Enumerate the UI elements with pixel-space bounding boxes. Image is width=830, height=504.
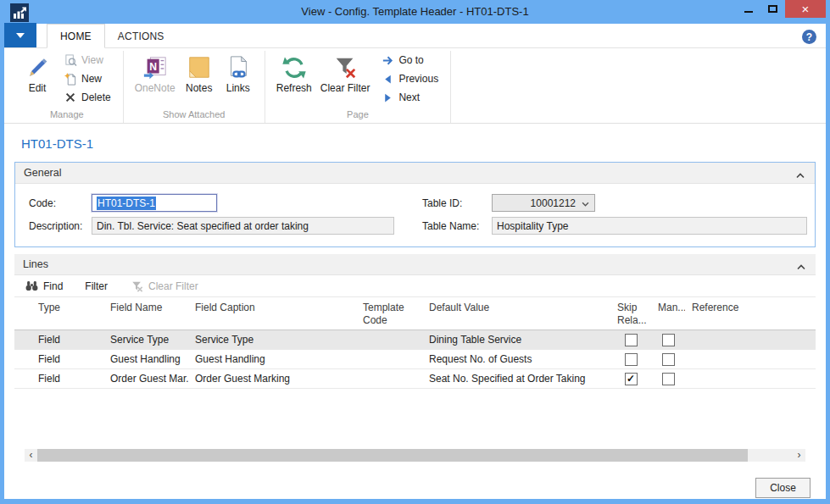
window-title: View - Config. Template Header - HT01-DT… (4, 5, 826, 18)
document-magnifier-icon (64, 53, 77, 67)
column-header-type[interactable]: Type (14, 302, 103, 327)
app-menu-button[interactable] (4, 23, 36, 47)
tab-actions[interactable]: ACTIONS (105, 25, 177, 47)
cell-field-name[interactable]: Guest Handling (103, 350, 188, 368)
code-input[interactable]: HT01-DTS-1 (92, 194, 217, 212)
skip-relation-checkbox[interactable] (625, 373, 638, 385)
edit-button[interactable]: Edit (18, 51, 57, 95)
new-button[interactable]: New (58, 69, 116, 88)
close-button[interactable]: Close (755, 478, 811, 498)
mandatory-checkbox[interactable] (662, 334, 675, 346)
cell-default-value[interactable]: Dining Table Service (422, 330, 610, 349)
previous-button[interactable]: Previous (376, 69, 443, 88)
refresh-arrows-icon (281, 53, 308, 82)
column-header-field-name[interactable]: Field Name (103, 302, 188, 327)
filter-button[interactable]: Filter (85, 280, 108, 292)
mandatory-checkbox[interactable] (662, 353, 675, 366)
column-header-template-code[interactable]: Template Code (356, 302, 422, 327)
lines-section-header[interactable]: Lines (14, 254, 816, 275)
grid-empty-area (14, 389, 816, 449)
ribbon-group-page: Refresh Clear Filter Go to (265, 51, 451, 123)
window-controls: × (736, 0, 826, 18)
notes-button[interactable]: Notes (180, 51, 219, 95)
skip-relation-checkbox[interactable] (625, 334, 638, 346)
column-header-mandatory[interactable]: Man... (651, 302, 685, 327)
column-header-default-value[interactable]: Default Value (422, 302, 610, 327)
cell-default-value[interactable]: Seat No. Specified at Order Taking (422, 369, 610, 388)
cell-field-name[interactable]: Service Type (103, 330, 188, 349)
triangle-left-icon (381, 72, 394, 86)
chevron-down-icon (16, 33, 25, 38)
dialog-footer: Close (4, 462, 826, 504)
cell-field-caption[interactable]: Order Guest Marking (188, 369, 356, 388)
column-header-skip-relation[interactable]: Skip Rela... (610, 302, 651, 327)
table-name-input[interactable]: Hospitality Type (492, 217, 807, 235)
table-id-select[interactable]: 10001212 (492, 194, 595, 212)
close-window-button[interactable]: × (785, 0, 826, 18)
maximize-button[interactable] (760, 0, 785, 18)
table-id-label: Table ID: (422, 197, 492, 209)
window: View - Config. Template Header - HT01-DT… (0, 0, 830, 504)
binoculars-icon (25, 280, 38, 293)
cell-default-value[interactable]: Request No. of Guests (422, 350, 610, 368)
lines-toolbar: Find Filter Clear Filter (14, 275, 816, 297)
collapse-chevron-icon[interactable] (796, 169, 805, 181)
cell-type[interactable]: Field (14, 350, 103, 368)
funnel-x-gray-icon (130, 280, 143, 293)
cell-type[interactable]: Field (14, 330, 103, 349)
code-value: HT01-DTS-1 (97, 197, 156, 210)
svg-text:N: N (149, 61, 157, 73)
clear-filter-button[interactable]: Clear Filter (316, 51, 375, 95)
close-icon: × (802, 3, 810, 15)
group-label-page: Page (272, 109, 443, 123)
x-mark-icon (64, 91, 77, 104)
minimize-icon (744, 11, 753, 13)
tab-home[interactable]: HOME (47, 24, 105, 48)
refresh-button[interactable]: Refresh (272, 51, 316, 95)
mandatory-checkbox[interactable] (662, 373, 675, 385)
onenote-icon: N (142, 53, 169, 82)
find-button[interactable]: Find (25, 280, 63, 293)
ribbon-group-show-attached: N OneNote Notes (124, 51, 265, 123)
table-row[interactable]: Field Service Type Service Type Dining T… (14, 330, 816, 350)
group-label-manage: Manage (18, 109, 116, 123)
minimize-button[interactable] (736, 0, 760, 18)
description-input[interactable]: Din. Tbl. Service: Seat specified at ord… (92, 217, 394, 235)
horizontal-scrollbar[interactable]: ‹ › (25, 449, 805, 462)
code-label: Code: (29, 197, 92, 209)
scroll-right-icon[interactable]: › (793, 449, 805, 462)
group-label-show-attached: Show Attached (131, 109, 258, 123)
titlebar: View - Config. Template Header - HT01-DT… (4, 0, 826, 24)
scrollbar-track[interactable] (37, 449, 793, 462)
page-title: HT01-DTS-1 (4, 124, 826, 162)
page-content: HT01-DTS-1 General Code: HT01-DTS-1 Desc… (4, 124, 826, 462)
ribbon-group-manage: Edit View (4, 51, 124, 123)
lines-fasttab: Lines Find Filter (14, 254, 816, 462)
ribbon: Edit View (4, 48, 826, 124)
goto-button[interactable]: Go to (376, 51, 443, 69)
table-row[interactable]: Field Order Guest Mar... Order Guest Mar… (14, 369, 816, 389)
general-section-header[interactable]: General (15, 163, 815, 184)
column-header-field-caption[interactable]: Field Caption (188, 302, 356, 327)
table-row[interactable]: Field Guest Handling Guest Handling Requ… (14, 350, 816, 369)
cell-field-name[interactable]: Order Guest Mar... (103, 369, 188, 388)
scrollbar-thumb[interactable] (37, 449, 748, 462)
cell-field-caption[interactable]: Service Type (188, 330, 356, 349)
clear-filter-toolbar-button: Clear Filter (130, 280, 198, 293)
arrow-right-icon (381, 53, 394, 67)
help-icon[interactable]: ? (802, 30, 816, 44)
funnel-red-x-icon (331, 53, 359, 82)
skip-relation-checkbox[interactable] (625, 353, 638, 366)
triangle-right-icon (381, 91, 394, 104)
delete-button[interactable]: Delete (58, 88, 116, 107)
pencil-icon (24, 53, 51, 82)
column-header-reference[interactable]: Reference (685, 302, 816, 327)
next-button[interactable]: Next (376, 88, 443, 107)
document-star-icon (64, 72, 77, 86)
cell-type[interactable]: Field (14, 369, 103, 388)
collapse-chevron-icon[interactable] (797, 261, 805, 273)
scroll-left-icon[interactable]: ‹ (25, 449, 37, 462)
links-button[interactable]: Links (219, 51, 258, 95)
cell-field-caption[interactable]: Guest Handling (188, 350, 356, 368)
view-button: View (58, 51, 116, 69)
